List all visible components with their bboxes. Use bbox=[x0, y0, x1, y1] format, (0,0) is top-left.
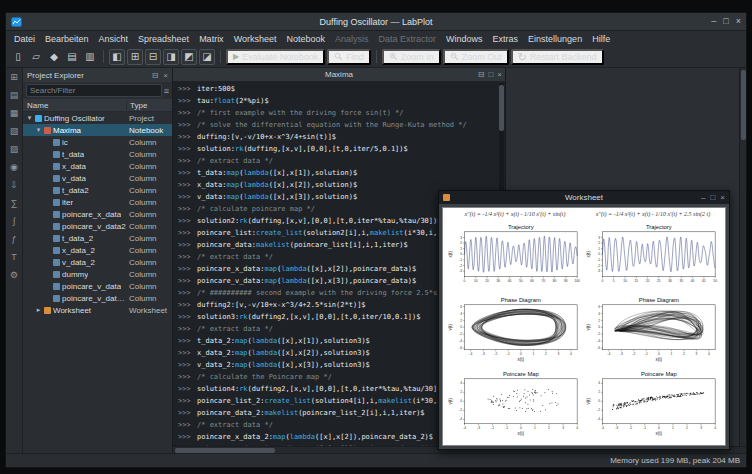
text-label-icon[interactable]: T bbox=[11, 253, 17, 262]
minimize-button[interactable]: – bbox=[711, 17, 716, 26]
tree-item-poincare-v-data2[interactable]: poincare_v_data2Column bbox=[23, 220, 172, 232]
tree-item-v-data[interactable]: v_dataColumn bbox=[23, 172, 172, 184]
function-icon[interactable]: ƒ bbox=[11, 235, 16, 244]
spreadsheet-icon[interactable]: ▤ bbox=[10, 91, 19, 100]
tree-item-x-data-2[interactable]: x_data_2Column bbox=[23, 244, 172, 256]
title-bar[interactable]: Duffing Oscillator — LabPlot – □ × bbox=[6, 13, 746, 31]
worksheet-minimize-icon[interactable]: – bbox=[701, 193, 705, 202]
worksheet-maximize-icon[interactable]: □ bbox=[710, 193, 715, 202]
new-spreadsheet-icon[interactable]: ⊞ bbox=[127, 49, 143, 65]
worksheet-close-icon[interactable]: × bbox=[720, 193, 725, 202]
notebook-code-line[interactable]: >>>t_data:map(lambda([x],x[1]),solution)… bbox=[173, 167, 505, 179]
close-button[interactable]: × bbox=[736, 17, 741, 26]
save-project-icon[interactable]: ◆ bbox=[46, 49, 62, 65]
menu-notebook[interactable]: Notebook bbox=[281, 33, 330, 45]
scrollbar-handle[interactable] bbox=[175, 448, 275, 453]
menu-data-extractor[interactable]: Data Extractor bbox=[374, 33, 442, 45]
scrollbar-handle[interactable] bbox=[499, 85, 504, 131]
tree-item-t-data2[interactable]: t_data2Column bbox=[23, 184, 172, 196]
new-worksheet-icon[interactable]: ◧ bbox=[109, 49, 125, 65]
menu-bearbeiten[interactable]: Bearbeiten bbox=[40, 33, 94, 45]
tree-item-poincare-v-data[interactable]: poincare_v_dataColumn bbox=[23, 280, 172, 292]
toggle-dock-left-icon[interactable]: ◩ bbox=[181, 49, 197, 65]
close-panel-icon[interactable]: × bbox=[163, 71, 168, 80]
menu-worksheet[interactable]: Worksheet bbox=[229, 33, 282, 45]
search-input[interactable] bbox=[26, 84, 162, 97]
open-project-icon[interactable]: ▱ bbox=[28, 49, 44, 65]
datapicker-icon[interactable]: ◉ bbox=[10, 163, 18, 172]
notebook-code-line[interactable]: >>>solution:rk(duffing,[x,v],[0,0],[t,0,… bbox=[173, 143, 505, 155]
worksheet-page[interactable]: x''(t) = -1/4 x³(t) + x(t) - 1/10 x'(t) … bbox=[442, 207, 726, 446]
new-notebook-icon[interactable]: ◨ bbox=[163, 49, 179, 65]
tree-item-v-data-2[interactable]: v_data_2Column bbox=[23, 256, 172, 268]
tree-item-dummy[interactable]: dummyColumn bbox=[23, 268, 172, 280]
notebook-code-line[interactable]: >>>/* solve the differential equation wi… bbox=[173, 119, 505, 131]
sum-icon[interactable]: ∑ bbox=[11, 199, 17, 208]
column-header-type[interactable]: Type bbox=[126, 101, 172, 110]
column-header-name[interactable]: Name bbox=[23, 101, 126, 110]
plot-poin2-poincare-map[interactable]: Poincare Map-4-3-2-101234-4-2024x(t)v(t) bbox=[586, 370, 720, 442]
matrix-icon[interactable]: ▦ bbox=[10, 109, 19, 118]
worksheet-window-titlebar[interactable]: Worksheet – □ × bbox=[439, 191, 729, 204]
plot-poin1-poincare-map[interactable]: Poincare Map-4-3-2-101234-4-2024x(t)v(t) bbox=[448, 370, 582, 442]
collapse-arrow-icon[interactable]: ▾ bbox=[35, 126, 42, 134]
import-icon[interactable]: ⇩ bbox=[10, 181, 18, 190]
tree-item-worksheet[interactable]: ▸WorksheetWorksheet bbox=[23, 304, 172, 316]
tree-item-t-data-2[interactable]: t_data_2Column bbox=[23, 232, 172, 244]
worksheet-icon[interactable]: ▧ bbox=[10, 127, 19, 136]
menu-spreadsheet[interactable]: Spreadsheet bbox=[133, 33, 194, 45]
notebook-code-line[interactable]: >>>/* first example with the driving for… bbox=[173, 107, 505, 119]
tree-item-maxima[interactable]: ▾MaximaNotebook bbox=[23, 124, 172, 136]
new-project-icon[interactable]: ▯ bbox=[10, 49, 26, 65]
notebook-code-line[interactable]: >>>duffing:[v,-v/10+x-x^3/4+sin(t)]$ bbox=[173, 131, 505, 143]
collapse-arrow-icon[interactable]: ▾ bbox=[26, 114, 33, 122]
tree-item-ic[interactable]: icColumn bbox=[23, 136, 172, 148]
menu-hilfe[interactable]: Hilfe bbox=[587, 33, 615, 45]
maximize-button[interactable]: □ bbox=[723, 17, 728, 26]
notebook-window-titlebar[interactable]: Maxima ⊟ □ × bbox=[173, 68, 505, 81]
filter-options-icon[interactable]: ≡ bbox=[164, 86, 169, 96]
find-button[interactable]: Find bbox=[327, 49, 371, 65]
integral-icon[interactable]: ∫ bbox=[13, 217, 15, 226]
tree-item-poincare-x-data[interactable]: poincare_x_dataColumn bbox=[23, 208, 172, 220]
restart-backend-button[interactable]: ↻ Restart Backend bbox=[511, 49, 604, 65]
notebook-float-icon[interactable]: ⊟ bbox=[478, 70, 485, 79]
expand-arrow-icon[interactable]: ▸ bbox=[35, 306, 42, 314]
zoom-in-button[interactable]: Zoom In bbox=[382, 49, 441, 65]
menu-datei[interactable]: Datei bbox=[9, 33, 40, 45]
print-icon[interactable]: ▤ bbox=[64, 49, 80, 65]
menu-einstellungen[interactable]: Einstellungen bbox=[523, 33, 587, 45]
notebook-close-icon[interactable]: × bbox=[497, 70, 502, 79]
scrollbar-handle[interactable] bbox=[741, 70, 746, 140]
plot-traj1-trajectory[interactable]: Trajectory0102030405060708090100-3-2-101… bbox=[448, 223, 582, 295]
notebook-icon[interactable]: ▨ bbox=[10, 145, 19, 154]
tree-item-x-data[interactable]: x_dataColumn bbox=[23, 160, 172, 172]
tree-item-poincare-v-data-2[interactable]: poincare_v_data_2Column bbox=[23, 292, 172, 304]
print-preview-icon[interactable]: ▥ bbox=[82, 49, 98, 65]
settings-icon[interactable]: ⚙ bbox=[10, 271, 18, 280]
toggle-dock-right-icon[interactable]: ◪ bbox=[199, 49, 215, 65]
tree-item-t-data[interactable]: t_dataColumn bbox=[23, 148, 172, 160]
notebook-code-line[interactable]: >>>iter:500$ bbox=[173, 83, 505, 95]
tree-item-duffing-oscillator[interactable]: ▾Duffing OscillatorProject bbox=[23, 112, 172, 124]
plot-phase2-phase-diagram[interactable]: Phase Diagram-4-3-2-101234-6-4-20246x(t)… bbox=[586, 296, 720, 368]
notebook-code-line[interactable]: >>>/* extract data */ bbox=[173, 155, 505, 167]
menu-windows[interactable]: Windows bbox=[441, 33, 488, 45]
menu-extras[interactable]: Extras bbox=[488, 33, 524, 45]
menu-matrix[interactable]: Matrix bbox=[194, 33, 229, 45]
zoom-out-button[interactable]: Zoom Out bbox=[443, 49, 509, 65]
evaluate-notebook-button[interactable]: ▶ Evaluate Notebook bbox=[226, 49, 325, 65]
menu-ansicht[interactable]: Ansicht bbox=[94, 33, 134, 45]
menu-analysis[interactable]: Analysis bbox=[330, 33, 374, 45]
plot-phase1-phase-diagram[interactable]: Phase Diagram-4-3-2-101234-6-4-20246x(t)… bbox=[448, 296, 582, 368]
notebook-code-line[interactable]: >>>tau:float(2*%pi)$ bbox=[173, 95, 505, 107]
float-panel-icon[interactable]: ⊟ bbox=[152, 71, 159, 80]
plot-traj2-trajectory[interactable]: Trajectory05101520253035404550-3-2-10123… bbox=[586, 223, 720, 295]
prompt-label: >>> bbox=[173, 275, 197, 287]
workspace-vertical-scrollbar[interactable] bbox=[739, 68, 746, 446]
tree-item-iter[interactable]: iterColumn bbox=[23, 196, 172, 208]
add-folder-icon[interactable]: ⊞ bbox=[10, 73, 18, 82]
notebook-maximize-icon[interactable]: □ bbox=[488, 70, 493, 79]
new-matrix-icon[interactable]: ⊟ bbox=[145, 49, 161, 65]
project-explorer-header[interactable]: Project Explorer ⊟ × bbox=[23, 68, 172, 82]
